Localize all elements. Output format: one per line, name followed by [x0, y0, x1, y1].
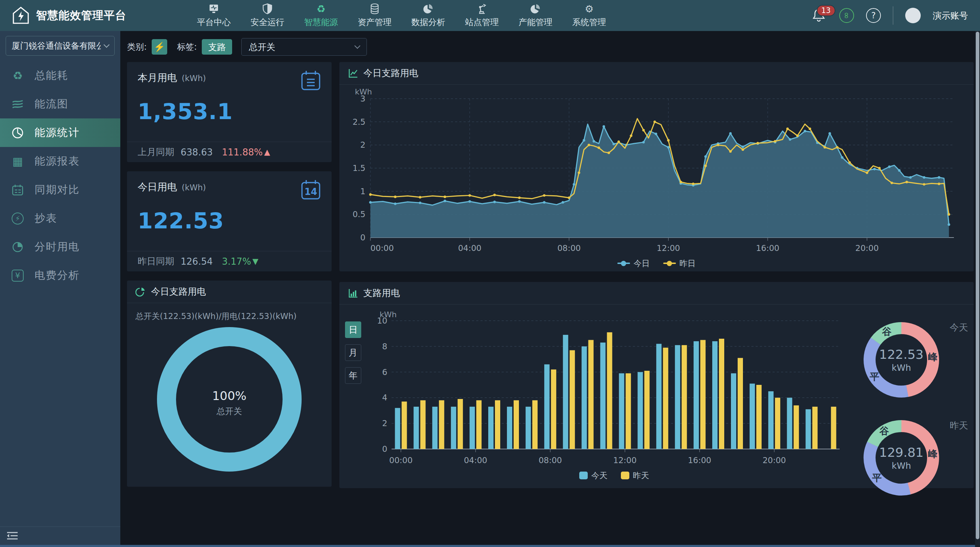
nav-asset-management[interactable]: 资产管理	[358, 3, 391, 28]
period-day-button[interactable]: 日	[345, 322, 361, 338]
clock-pie-icon	[11, 127, 25, 139]
card-unit: (kWh)	[182, 74, 206, 83]
percent-change: 3.17% ▼	[222, 256, 259, 267]
bar-chart-icon	[348, 288, 358, 298]
svg-text:12:00: 12:00	[613, 456, 636, 465]
svg-text:kWh: kWh	[891, 461, 911, 471]
table-icon: ▦	[11, 155, 25, 168]
category-label: 类别:	[127, 41, 147, 52]
switch-select-value: 总开关	[249, 41, 275, 53]
link-icon[interactable]: ∞	[839, 8, 854, 23]
legend-today[interactable]: 今天	[579, 470, 608, 481]
sidebar-item-period-compare[interactable]: 同期对比	[0, 176, 120, 204]
percent-change: 111.88% ▲	[222, 147, 270, 157]
nav-site-management[interactable]: 站点管理	[465, 3, 499, 28]
tou-label: 昨天	[950, 419, 968, 432]
company-select[interactable]: 厦门锐谷通信设备有限公司	[6, 36, 115, 55]
legend-yesterday[interactable]: 昨天	[621, 470, 649, 481]
company-name: 厦门锐谷通信设备有限公司	[12, 40, 101, 51]
sidebar-item-energy-flow[interactable]: 能流图	[0, 90, 120, 119]
scrollbar-thumb[interactable]	[976, 32, 979, 539]
category-electric-button[interactable]: ⚡	[152, 39, 167, 55]
pie-chart-icon	[423, 3, 434, 14]
chevron-down-icon	[104, 42, 110, 48]
sidebar-item-label: 能源统计	[35, 125, 80, 140]
calendar-icon	[11, 184, 25, 196]
today-line-chart-card: 今日支路用电 00:0004:0008:0012:0016:0020:0000.…	[339, 62, 974, 271]
sidebar-item-time-of-use[interactable]: 分时用电	[0, 233, 120, 261]
nav-system-management[interactable]: ⚙ 系统管理	[572, 3, 606, 28]
line-legend: 今日 昨日	[339, 257, 974, 269]
avatar[interactable]	[905, 8, 921, 23]
sidebar-item-label: 总能耗	[35, 68, 68, 83]
sidebar-item-total-energy[interactable]: ♻ 总能耗	[0, 61, 120, 90]
legend-today[interactable]: 今日	[617, 258, 650, 269]
account-name[interactable]: 演示账号	[933, 10, 968, 22]
legend-label: 昨日	[679, 258, 696, 269]
svg-text:峰: 峰	[928, 448, 938, 459]
top-bar: 智慧能效管理平台 平台中心 安全运行 ♻ 智慧能源 资产管理	[0, 0, 980, 31]
svg-text:12:00: 12:00	[657, 244, 680, 253]
legend-marker	[579, 472, 588, 479]
bar-chart[interactable]: 0246810kWh00:0004:0008:0012:0016:0020:00	[371, 309, 844, 468]
compare-label: 昨日同期	[138, 255, 174, 268]
sidebar-item-energy-report[interactable]: ▦ 能源报表	[0, 147, 120, 176]
down-arrow-icon: ▼	[253, 257, 259, 266]
compare-label: 上月同期	[138, 146, 174, 158]
switch-select[interactable]: 总开关	[241, 38, 367, 55]
nav-capacity-management[interactable]: 产能管理	[519, 3, 552, 28]
svg-text:峰: 峰	[928, 351, 938, 362]
nav-platform-center[interactable]: 平台中心	[197, 3, 231, 28]
clock-quarter-icon	[11, 241, 25, 253]
svg-text:16:00: 16:00	[756, 244, 779, 253]
page-scrollbar[interactable]	[975, 31, 980, 547]
svg-text:kWh: kWh	[355, 87, 372, 96]
gear-icon: ⚙	[585, 3, 593, 14]
robot-arm-icon	[476, 3, 488, 14]
card-title: 今日用电	[138, 181, 177, 193]
database-icon	[370, 3, 380, 14]
collapse-sidebar-icon[interactable]	[6, 531, 18, 541]
bottom-strip	[0, 545, 975, 547]
nav-label: 资产管理	[358, 17, 391, 28]
sidebar-item-energy-statistics[interactable]: 能源统计	[0, 119, 120, 147]
tou-today-donut[interactable]: 122.53 kWh 峰平谷	[857, 316, 945, 404]
percent-value: 3.17%	[222, 256, 251, 267]
nav-safe-operation[interactable]: 安全运行	[250, 3, 284, 28]
legend-label: 今日	[633, 258, 650, 269]
legend-marker	[663, 263, 676, 264]
chart-title: 今日支路用电	[151, 285, 206, 298]
percent-value: 111.88%	[222, 147, 263, 157]
pie-icon	[135, 287, 146, 297]
svg-text:100%: 100%	[212, 389, 246, 403]
notifications-button[interactable]: 13	[812, 8, 827, 23]
total-switch-donut[interactable]: 100% 总开关	[155, 325, 303, 473]
tag-branch-button[interactable]: 支路	[202, 39, 232, 55]
day-usage-value: 122.53	[138, 208, 321, 234]
svg-text:0.5: 0.5	[352, 210, 366, 219]
help-icon[interactable]: ?	[866, 8, 881, 23]
circuit-bar-chart-card: 支路用电 日 月 年 0246810kWh00:0004:0008:0012:0…	[339, 282, 974, 488]
svg-text:0: 0	[360, 233, 366, 242]
card-title: 本月用电	[138, 72, 177, 84]
legend-yesterday[interactable]: 昨日	[663, 258, 696, 269]
nav-label: 产能管理	[519, 17, 552, 28]
legend-label: 今天	[591, 470, 608, 481]
period-month-button[interactable]: 月	[345, 344, 361, 361]
recycle-icon: ♻	[11, 69, 25, 82]
sidebar-item-electricity-fee-analysis[interactable]: ¥ 电费分析	[0, 261, 120, 290]
svg-text:0: 0	[382, 444, 387, 453]
tou-yesterday-donut[interactable]: 129.81 kWh 峰平谷	[857, 414, 945, 502]
line-chart[interactable]: 00:0004:0008:0012:0016:0020:0000.511.522…	[347, 87, 967, 256]
calendar-list-icon	[300, 70, 322, 93]
nav-smart-energy[interactable]: ♻ 智慧能源	[304, 3, 338, 28]
chart-title: 今日支路用电	[363, 67, 418, 79]
period-year-button[interactable]: 年	[345, 367, 361, 384]
shield-icon	[262, 3, 273, 14]
svg-text:08:00: 08:00	[539, 456, 562, 465]
sidebar-menu: ♻ 总能耗 能流图 能源统计 ▦ 能源报表 同期对比 ⚡ 抄表	[0, 61, 120, 290]
svg-text:6: 6	[382, 368, 387, 377]
svg-text:122.53: 122.53	[879, 347, 924, 361]
sidebar-item-meter-reading[interactable]: ⚡ 抄表	[0, 204, 120, 233]
nav-data-analysis[interactable]: 数据分析	[411, 3, 445, 28]
